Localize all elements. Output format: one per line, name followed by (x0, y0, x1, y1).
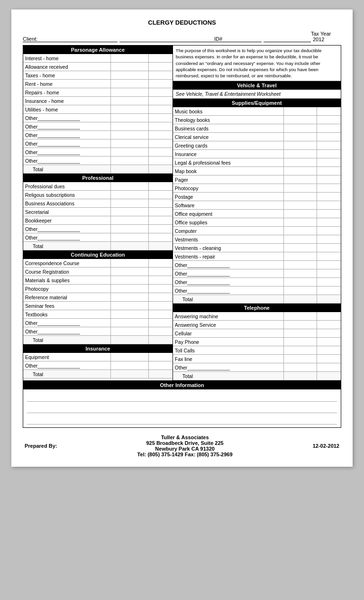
ce-item-7: Other (23, 319, 173, 327)
ce-item-8: Other (23, 327, 173, 336)
supplies-equipment-header: Supplies/Equipment (173, 99, 341, 107)
ce-item-2: Materials & supplies (23, 276, 173, 285)
tax-year-value: 2012 (313, 37, 324, 42)
parsonage-item-6: Utilities - home (23, 105, 173, 114)
left-column: Parsonage Allowance Interest - home Allo… (23, 45, 173, 381)
parsonage-total: Total (23, 165, 173, 174)
footer-center: Tuller & Associates 925 Broadbeck Drive,… (137, 434, 233, 457)
tel-item-5: Fax line (173, 355, 341, 363)
tel-item-3: Pay Phone (173, 338, 341, 346)
footer: Prepared By: Tuller & Associates 925 Bro… (23, 434, 341, 457)
insurance-item-0: Equipment (23, 353, 173, 361)
professional-item-3: Secretarial (23, 208, 173, 216)
other-info-line-2 (27, 403, 337, 413)
se-item-15: Vestments (173, 235, 341, 244)
tax-year-label: Tax Year (311, 31, 331, 37)
ce-item-5: Seminar fees (23, 302, 173, 310)
company-phone: Tel: (805) 375-1429 Fax: (805) 375-2969 (137, 452, 233, 457)
se-item-4: Greeting cards (173, 141, 341, 150)
prepared-by-label: Prepared By: (25, 443, 57, 449)
parsonage-item-8: Other (23, 122, 173, 131)
tel-item-6: Other (173, 363, 341, 372)
se-item-18: Other (173, 261, 341, 269)
tel-item-0: Answering machine (173, 312, 341, 321)
parsonage-item-10: Other (23, 139, 173, 148)
ce-item-3: Photocopy (23, 285, 173, 293)
professional-total: Total (23, 242, 173, 250)
ce-item-0: Correspondence Course (23, 259, 173, 268)
tel-item-1: Answering Service (173, 321, 341, 329)
footer-date: 12-02-2012 (313, 443, 339, 449)
vehicle-travel-header: Vehicle & Travel (173, 81, 341, 90)
telephone-header: Telephone (173, 304, 341, 312)
parsonage-item-3: Rent - home (23, 80, 173, 88)
main-grid: Parsonage Allowance Interest - home Allo… (23, 45, 341, 381)
professional-item-6: Other (23, 233, 173, 242)
professional-header: Professional (23, 174, 173, 182)
tel-total: Total (173, 372, 341, 380)
other-information-section: Other Information (23, 381, 341, 428)
ce-item-4: Reference material (23, 293, 173, 302)
tel-item-2: Cellular (173, 329, 341, 338)
se-item-7: Map book (173, 167, 341, 175)
se-item-10: Postage (173, 193, 341, 201)
se-total: Total (173, 295, 341, 304)
se-item-17: Vestments - repair (173, 252, 341, 261)
page: CLERGY DEDUCTIONS Client: ID# Tax Year 2… (11, 9, 353, 467)
client-line: Client: (23, 36, 214, 42)
parsonage-item-1: Allowance received (23, 63, 173, 71)
continuing-education-header: Continuing Education (23, 250, 173, 259)
se-item-8: Pager (173, 175, 341, 184)
ce-total: Total (23, 336, 173, 344)
se-item-21: Other (173, 286, 341, 295)
insurance-total: Total (23, 370, 173, 378)
tax-year-line: Tax Year 2012 (311, 31, 341, 42)
professional-item-0: Professional dues (23, 182, 173, 191)
tel-item-4: Toll Calls (173, 346, 341, 355)
se-item-0: Music books (173, 107, 341, 116)
description-text: The purpose of this worksheet is to help… (173, 46, 341, 81)
company-address1: 925 Broadbeck Drive, Suite 225 (137, 440, 233, 446)
se-item-3: Clerical service (173, 133, 341, 141)
se-item-2: Business cards (173, 124, 341, 133)
se-item-1: Theology books (173, 116, 341, 124)
se-item-9: Photocopy (173, 184, 341, 193)
page-title: CLERGY DEDUCTIONS (23, 19, 341, 26)
se-item-20: Other (173, 278, 341, 286)
professional-item-4: Bookkeeper (23, 216, 173, 225)
se-item-12: Office equipment (173, 210, 341, 218)
parsonage-item-2: Taxes - home (23, 71, 173, 80)
parsonage-item-7: Other (23, 114, 173, 122)
parsonage-item-9: Other (23, 131, 173, 139)
se-item-11: Software (173, 201, 341, 210)
other-info-line-1 (27, 391, 337, 402)
professional-item-1: Religous subscriptions (23, 191, 173, 199)
parsonage-header: Parsonage Allowance (23, 46, 173, 54)
se-item-6: Legal & professional fees (173, 158, 341, 167)
client-label: Client: (23, 36, 118, 42)
company-address2: Newbury Park CA 91320 (137, 446, 233, 452)
other-info-line-3 (27, 414, 337, 425)
parsonage-item-11: Other (23, 148, 173, 157)
parsonage-item-0: Interest - home (23, 54, 173, 63)
right-column: The purpose of this worksheet is to help… (173, 45, 341, 381)
parsonage-item-4: Repairs - home (23, 88, 173, 97)
se-item-16: Vestments - cleaning (173, 244, 341, 252)
ce-item-1: Course Registration (23, 268, 173, 276)
insurance-header: Insurance (23, 344, 173, 353)
parsonage-item-12: Other (23, 157, 173, 165)
professional-item-2: Business Associations (23, 199, 173, 208)
ce-item-6: Textbooks (23, 310, 173, 319)
se-item-5: Insurance (173, 150, 341, 158)
se-item-19: Other (173, 269, 341, 278)
insurance-item-1: Other (23, 361, 173, 370)
se-item-14: Computer (173, 227, 341, 235)
professional-item-5: Other (23, 225, 173, 233)
vehicle-travel-note: See Vehicle, Travel & Entertainment Work… (173, 90, 341, 99)
se-item-13: Office supplies (173, 218, 341, 227)
company-name: Tuller & Associates (137, 434, 233, 440)
other-information-header: Other Information (23, 381, 341, 389)
other-information-lines (23, 389, 341, 427)
id-label: ID# (214, 36, 262, 42)
parsonage-item-5: Insurance - home (23, 97, 173, 105)
